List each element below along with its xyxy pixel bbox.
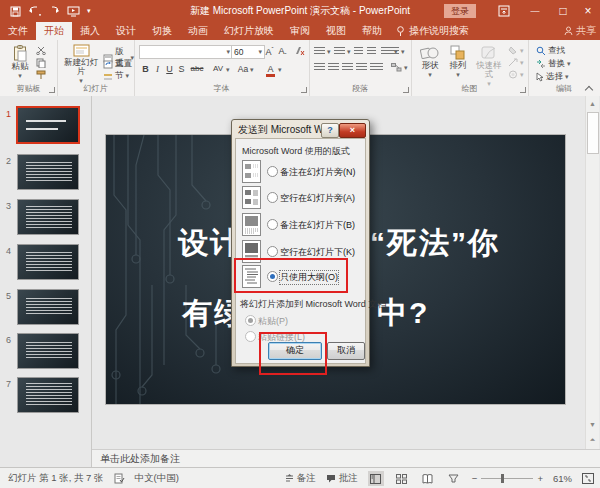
paste-button[interactable]: 粘贴 ▾ xyxy=(8,45,32,80)
bold-button[interactable]: B xyxy=(140,64,151,74)
start-slideshow-button[interactable] xyxy=(67,6,80,17)
cut-button[interactable] xyxy=(36,46,46,55)
slideshow-view-button[interactable] xyxy=(446,471,462,486)
zoom-out-button[interactable]: − xyxy=(472,473,478,484)
ribbon-display-options-button[interactable] xyxy=(492,0,516,22)
section-button[interactable]: 节▾ xyxy=(103,70,129,82)
numbering-button[interactable]: ▾ xyxy=(334,47,351,56)
text-direction-button[interactable]: ▾ xyxy=(391,47,405,56)
zoom-slider-thumb[interactable] xyxy=(501,474,504,483)
zoom-slider[interactable] xyxy=(481,478,533,479)
language-button[interactable]: 中文(中国) xyxy=(135,472,179,485)
collapse-ribbon-button[interactable] xyxy=(586,84,592,90)
justify-button[interactable] xyxy=(356,63,367,72)
proofing-button[interactable] xyxy=(114,473,125,484)
maximize-button[interactable]: □ xyxy=(548,0,578,22)
select-button[interactable]: 选择 ▾ xyxy=(536,71,569,83)
font-size-combo[interactable]: 60▾ xyxy=(231,45,265,59)
shapes-button[interactable]: 形状 ▾ xyxy=(417,45,443,79)
align-left-button[interactable] xyxy=(314,63,325,72)
clipboard-dialog-launcher[interactable] xyxy=(49,87,55,93)
find-button[interactable]: 查找 xyxy=(536,45,565,57)
shape-effects-button[interactable]: ▾ xyxy=(508,70,524,79)
comments-toggle-button[interactable]: 批注 xyxy=(326,472,358,485)
radio-notes-beside[interactable] xyxy=(267,166,278,177)
tab-design[interactable]: 设计 xyxy=(108,22,144,40)
font-color-button[interactable]: A xyxy=(266,64,275,77)
clear-formatting-button[interactable] xyxy=(294,46,305,56)
notes-pane[interactable]: 单击此处添加备注 xyxy=(92,449,600,468)
tab-review[interactable]: 审阅 xyxy=(282,22,318,40)
font-dialog-launcher[interactable] xyxy=(301,87,307,93)
zoom-in-button[interactable]: + xyxy=(537,473,543,484)
radio-blank-beside[interactable] xyxy=(267,192,278,203)
slide-thumbnail-4[interactable] xyxy=(18,245,78,279)
undo-button[interactable] xyxy=(28,6,42,16)
slide-thumbnail-6[interactable] xyxy=(18,334,78,368)
slide-thumbnail-5[interactable] xyxy=(18,290,78,324)
share-button[interactable]: 共享 xyxy=(564,22,596,40)
notes-toggle-button[interactable]: 备注 xyxy=(285,472,316,485)
customize-qat-button[interactable]: ▾ xyxy=(87,7,91,15)
fit-slide-button[interactable] xyxy=(582,473,594,484)
zoom-level-button[interactable]: 61% xyxy=(553,473,572,484)
quick-styles-button[interactable]: 快速样式 ▾ xyxy=(473,45,505,88)
increase-indent-button[interactable] xyxy=(367,47,376,56)
new-slide-button[interactable]: 新建幻灯片 ▾ xyxy=(63,44,99,85)
shape-outline-button[interactable]: ▾ xyxy=(508,58,524,67)
drawing-dialog-launcher[interactable] xyxy=(520,87,526,93)
tab-animations[interactable]: 动画 xyxy=(180,22,216,40)
increase-font-button[interactable]: Aˆ xyxy=(264,46,275,57)
reset-button[interactable]: 重置 xyxy=(103,58,132,70)
character-spacing-button[interactable]: AV xyxy=(210,64,226,73)
option-notes-beside-label[interactable]: 备注在幻灯片旁(N) xyxy=(280,166,356,179)
decrease-indent-button[interactable] xyxy=(354,47,363,56)
align-right-button[interactable] xyxy=(342,63,353,72)
tab-slideshow[interactable]: 幻灯片放映 xyxy=(216,22,282,40)
tab-insert[interactable]: 插入 xyxy=(72,22,108,40)
normal-view-button[interactable] xyxy=(368,471,384,486)
window-close-button[interactable]: × xyxy=(576,0,600,22)
arrange-button[interactable]: 排列 ▾ xyxy=(445,45,471,79)
slide-thumbnail-7[interactable] xyxy=(18,378,78,412)
scrollbar-thumb[interactable] xyxy=(587,112,599,154)
previous-slide-button[interactable]: ⏶ xyxy=(587,434,598,446)
reading-view-button[interactable] xyxy=(420,471,436,486)
strikethrough-button[interactable]: abc xyxy=(188,64,206,73)
paragraph-dialog-launcher[interactable] xyxy=(403,87,409,93)
tab-home[interactable]: 开始 xyxy=(36,22,72,40)
option-notes-below-label[interactable]: 备注在幻灯片下(B) xyxy=(280,219,355,232)
convert-smartart-button[interactable]: ▾ xyxy=(391,63,408,72)
underline-button[interactable]: U xyxy=(164,64,175,74)
slide-thumbnail-3[interactable] xyxy=(18,200,78,234)
radio-paste-link[interactable] xyxy=(245,331,256,342)
decrease-font-button[interactable]: Aˇ xyxy=(277,46,288,58)
columns-button[interactable] xyxy=(370,63,383,72)
scroll-down-button[interactable]: ▼ xyxy=(587,418,598,430)
tab-help[interactable]: 帮助 xyxy=(354,22,390,40)
bullets-button[interactable]: ▾ xyxy=(314,47,331,56)
save-button[interactable] xyxy=(10,6,21,17)
italic-button[interactable]: I xyxy=(152,64,163,74)
radio-notes-below[interactable] xyxy=(267,219,278,230)
paste-option-label[interactable]: 粘贴(P) xyxy=(258,315,288,328)
font-name-combo[interactable]: ▾ xyxy=(139,45,233,59)
minimize-button[interactable]: — xyxy=(520,0,550,22)
tab-file[interactable]: 文件 xyxy=(0,22,36,40)
cancel-button[interactable]: 取消 xyxy=(327,342,365,360)
slide-thumbnail-2[interactable] xyxy=(18,155,78,189)
redo-button[interactable] xyxy=(49,6,60,16)
text-shadow-button[interactable]: S xyxy=(176,64,187,74)
dialog-close-button[interactable]: × xyxy=(339,123,366,138)
replace-button[interactable]: 替换 ▾ xyxy=(536,58,571,70)
align-center-button[interactable] xyxy=(328,63,339,72)
shape-fill-button[interactable]: ▾ xyxy=(508,46,524,55)
scroll-up-button[interactable]: ▲ xyxy=(587,97,598,109)
slide-title-line1-right[interactable]: “死法”你 xyxy=(370,223,500,264)
dialog-help-button[interactable]: ? xyxy=(321,123,339,138)
copy-button[interactable] xyxy=(36,58,46,68)
tab-view[interactable]: 视图 xyxy=(318,22,354,40)
format-painter-button[interactable] xyxy=(36,70,46,80)
tell-me-search[interactable]: 操作说明搜索 xyxy=(390,22,475,40)
signin-button[interactable]: 登录 xyxy=(444,4,476,18)
